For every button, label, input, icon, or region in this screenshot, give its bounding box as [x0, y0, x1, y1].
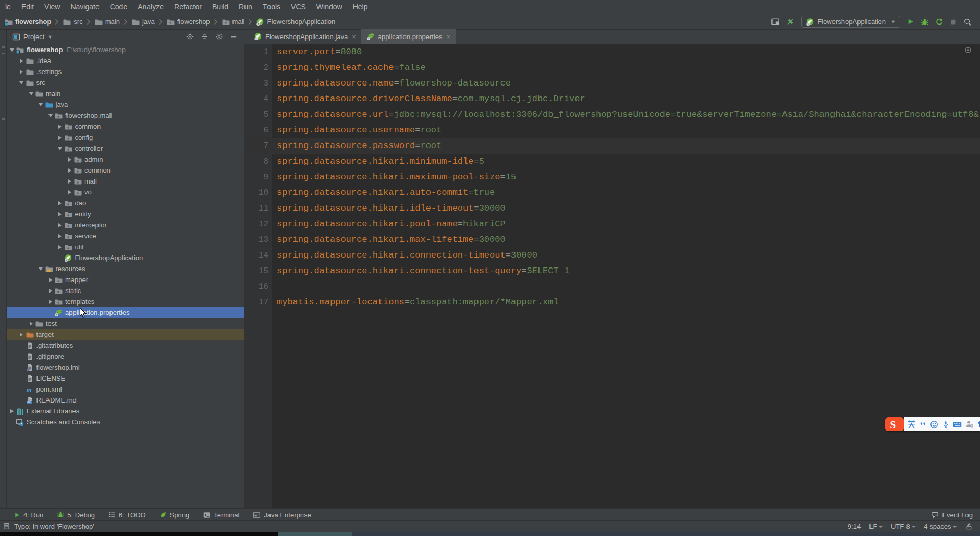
breadcrumb-item[interactable]: main [94, 18, 120, 26]
collapsed-arrow-icon[interactable] [18, 333, 26, 337]
code-line[interactable]: 13spring.datasource.hikari.max-lifetime=… [244, 232, 980, 248]
tree-row-scratches-and-consoles[interactable]: Scratches and Consoles [7, 417, 244, 428]
ime-person-icon[interactable] [965, 420, 973, 428]
tool-button-spring[interactable]: Spring [160, 511, 190, 519]
event-log-button[interactable]: Event Log [931, 511, 973, 519]
tree-row-pom-xml[interactable]: mpom.xml [7, 384, 244, 395]
code-line[interactable]: 10spring.datasource.hikari.auto-commit=t… [244, 185, 980, 201]
project-panel-title[interactable]: Project [23, 33, 44, 41]
collapsed-arrow-icon[interactable] [56, 245, 64, 249]
tree-row-flowershopapplication[interactable]: FlowershopApplication [7, 252, 244, 263]
menu-item-navigate[interactable]: Navigate [65, 0, 104, 14]
line-number[interactable]: 16 [244, 279, 268, 295]
tree-row-resources[interactable]: resources [7, 263, 244, 274]
tree-row--gitignore[interactable]: .gitignore [7, 351, 244, 362]
expanded-arrow-icon[interactable] [37, 103, 45, 106]
line-number[interactable]: 9 [244, 169, 268, 185]
tree-row-flowershop-mall[interactable]: flowershop.mall [7, 110, 244, 121]
tree-row-interceptor[interactable]: interceptor [7, 220, 244, 230]
collapsed-arrow-icon[interactable] [56, 125, 64, 129]
coverage-button[interactable] [935, 18, 944, 26]
line-number[interactable]: 4 [244, 91, 268, 107]
menu-item-build[interactable]: Build [207, 0, 234, 14]
menu-item-window[interactable]: Window [311, 0, 348, 14]
breadcrumb-item[interactable]: flowershop [166, 18, 210, 26]
tree-row-static[interactable]: static [7, 285, 244, 296]
menu-item-view[interactable]: View [39, 0, 65, 14]
code-line[interactable]: 11spring.datasource.hikari.idle-timeout=… [244, 201, 980, 216]
inspections-eye-icon[interactable] [964, 46, 972, 54]
tree-row-flowershop[interactable]: flowershopF:\study\flowershop [7, 44, 244, 55]
tool-button-6-todo[interactable]: 6: TODO [108, 511, 146, 519]
tree-row-service[interactable]: service [7, 230, 244, 241]
caret-position-widget[interactable]: 9:14 [848, 522, 861, 530]
collapsed-arrow-icon[interactable] [66, 179, 74, 184]
line-number[interactable]: 10 [244, 185, 268, 201]
run-button[interactable] [906, 18, 914, 26]
code-line[interactable]: 3spring.datasource.name=flowershop-datas… [244, 76, 980, 91]
ime-mic-icon[interactable] [942, 420, 949, 429]
collapsed-arrow-icon[interactable] [56, 201, 64, 205]
tree-row-mapper[interactable]: mapper [7, 274, 244, 285]
code-line[interactable]: 1server.port=8080 [244, 44, 980, 60]
search-everywhere-icon[interactable] [963, 18, 972, 26]
breadcrumb-item[interactable]: java [131, 18, 155, 26]
tree-row-test[interactable]: test [7, 318, 244, 329]
lock-icon[interactable] [965, 522, 973, 530]
statusbar-widget-icon[interactable] [3, 523, 10, 530]
menu-item-analyze[interactable]: Analyze [132, 0, 169, 14]
collapsed-arrow-icon[interactable] [8, 409, 16, 413]
tab-flowershopapplication-java[interactable]: FlowershopApplication.java× [249, 29, 361, 44]
line-number[interactable]: 1 [244, 44, 268, 60]
collapsed-arrow-icon[interactable] [56, 136, 64, 140]
expanded-arrow-icon[interactable] [37, 267, 45, 271]
line-number[interactable]: 5 [244, 107, 268, 123]
line-number[interactable]: 3 [244, 76, 268, 91]
tab-application-properties[interactable]: application.properties× [361, 29, 456, 44]
code-line[interactable]: 7spring.datasource.password=root [244, 138, 980, 154]
collapsed-arrow-icon[interactable] [66, 168, 74, 173]
hide-panel-icon[interactable] [230, 33, 238, 41]
tool-button-5-debug[interactable]: 5: Debug [57, 511, 95, 519]
collapsed-arrow-icon[interactable] [18, 70, 26, 74]
code-line[interactable]: 9spring.datasource.hikari.maximum-pool-s… [244, 169, 980, 185]
ime-shirt-icon[interactable] [977, 420, 980, 428]
collapsed-arrow-icon[interactable] [66, 157, 74, 162]
collapsed-arrow-icon[interactable] [56, 223, 64, 227]
breadcrumb-item[interactable]: FlowershopApplication [256, 18, 335, 26]
menu-item-code[interactable]: Code [105, 0, 132, 14]
code-line[interactable]: 6spring.datasource.username=root [244, 123, 980, 138]
code-line[interactable]: 12spring.datasource.hikari.pool-name=hik… [244, 216, 980, 232]
collapsed-arrow-icon[interactable] [18, 59, 26, 63]
tree-row--gitattributes[interactable]: .gitattributes [7, 340, 244, 351]
tree-row-common[interactable]: common [7, 121, 244, 132]
code-line[interactable]: 4spring.datasource.driverClassName=com.m… [244, 91, 980, 107]
chevron-down-icon[interactable]: ▼ [47, 34, 52, 40]
tree-row-external-libraries[interactable]: External Libraries [7, 406, 244, 417]
line-number[interactable]: 6 [244, 123, 268, 138]
expanded-arrow-icon[interactable] [27, 92, 35, 95]
menu-item-run[interactable]: Run [234, 0, 258, 14]
tool-button-java-enterprise[interactable]: Java Enterprise [253, 511, 311, 519]
collapsed-arrow-icon[interactable] [46, 300, 54, 304]
tree-row--settings[interactable]: .settings [7, 66, 244, 77]
expanded-arrow-icon[interactable] [18, 81, 26, 84]
tree-row-templates[interactable]: templates [7, 296, 244, 307]
close-icon[interactable]: × [352, 33, 356, 41]
build-hammer-icon[interactable] [786, 17, 795, 26]
tree-row-mall[interactable]: mall [7, 176, 244, 187]
menu-item-edit[interactable]: Edit [16, 0, 39, 14]
tree-row-config[interactable]: config [7, 132, 244, 143]
collapsed-arrow-icon[interactable] [46, 278, 54, 282]
breadcrumb-item[interactable]: flowershop [4, 18, 51, 26]
line-number[interactable]: 11 [244, 201, 268, 216]
code-line[interactable]: 16 [244, 279, 980, 295]
line-number[interactable]: 17 [244, 295, 268, 310]
code-line[interactable]: 2spring.thymeleaf.cache=false [244, 60, 980, 76]
breadcrumb-item[interactable]: mall [222, 18, 245, 26]
tree-row-readme-md[interactable]: MDREADME.md [7, 395, 244, 406]
tree-row-license[interactable]: LICENSE [7, 373, 244, 384]
collapsed-arrow-icon[interactable] [56, 234, 64, 238]
menu-item-help[interactable]: Help [348, 0, 373, 14]
tool-button-4-run[interactable]: 4: Run [14, 511, 43, 519]
